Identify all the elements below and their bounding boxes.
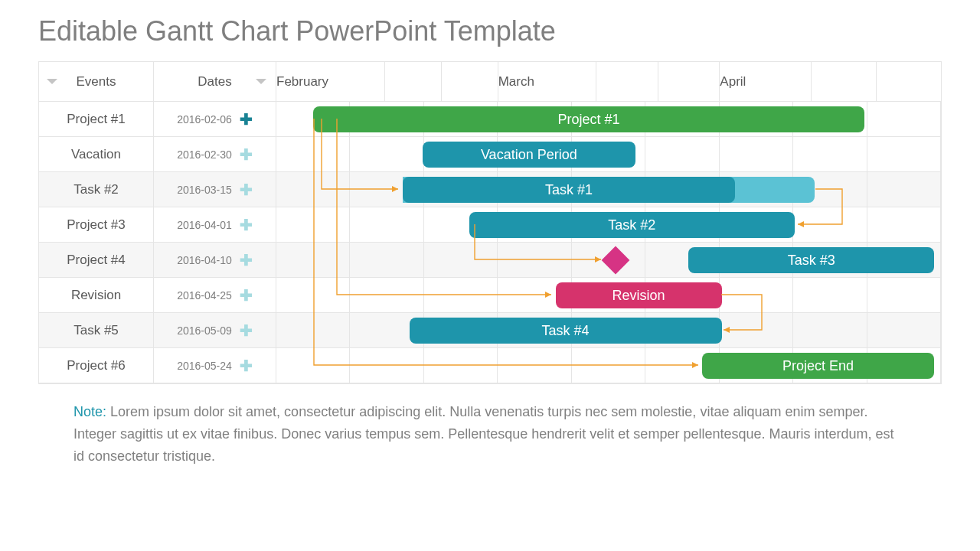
bar-task4[interactable]: Task #4 xyxy=(410,318,722,344)
event-name: Task #5 xyxy=(39,313,154,347)
expand-icon[interactable]: ✚ xyxy=(240,217,253,233)
gantt-table: Events Dates February March April Projec… xyxy=(38,61,942,384)
expand-icon[interactable]: ✚ xyxy=(240,147,253,162)
event-name: Project #3 xyxy=(39,207,154,242)
bar-vacation[interactable]: Vacation Period xyxy=(423,142,635,168)
expand-icon[interactable]: ✚ xyxy=(240,182,253,197)
note-label: Note: xyxy=(74,404,106,419)
table-row: Project #4 2016-04-10✚ Task #3 xyxy=(39,243,941,278)
table-row: Revision 2016-04-25✚ Revision xyxy=(39,278,941,313)
bar-task2[interactable]: Task #2 xyxy=(469,212,795,238)
header-dates-label: Dates xyxy=(198,74,231,90)
table-row: Task #2 2016-03-15✚ Task #1 xyxy=(39,172,941,207)
event-name: Task #2 xyxy=(39,172,154,207)
event-name: Project #6 xyxy=(39,348,154,383)
bar-task3[interactable]: Task #3 xyxy=(688,247,934,273)
bar-project-end[interactable]: Project End xyxy=(702,353,935,379)
event-name: Project #4 xyxy=(39,243,154,277)
note-text: Lorem ipsum dolor sit amet, consectetur … xyxy=(74,404,894,464)
event-date: 2016-04-25✚ xyxy=(154,278,276,312)
event-date: 2016-04-01✚ xyxy=(154,207,276,242)
footer-note: Note: Lorem ipsum dolor sit amet, consec… xyxy=(38,384,942,467)
table-row: Task #5 2016-05-09✚ Task #4 xyxy=(39,313,941,348)
event-name: Project #1 xyxy=(39,102,154,136)
month-col: April xyxy=(720,62,941,101)
expand-icon[interactable]: ✚ xyxy=(240,323,253,338)
page-title: Editable Gantt Chart PowerPoint Template xyxy=(38,15,942,47)
month-col: February xyxy=(276,62,498,101)
table-row: Project #3 2016-04-01✚ Task #2 xyxy=(39,207,941,243)
table-row: Project #1 2016-02-06✚ Project #1 xyxy=(39,102,941,137)
header-dates[interactable]: Dates xyxy=(154,62,276,101)
header-events-label: Events xyxy=(77,74,116,90)
event-date: 2016-02-30✚ xyxy=(154,137,276,171)
event-date: 2016-03-15✚ xyxy=(154,172,276,207)
chevron-down-icon[interactable] xyxy=(256,79,266,84)
event-date: 2016-04-10✚ xyxy=(154,243,276,277)
event-date: 2016-05-09✚ xyxy=(154,313,276,347)
expand-icon[interactable]: ✚ xyxy=(240,358,253,373)
bar-task1[interactable]: Task #1 xyxy=(403,177,735,203)
event-date: 2016-02-06✚ xyxy=(154,102,276,136)
event-name: Revision xyxy=(39,278,154,312)
event-date: 2016-05-24✚ xyxy=(154,348,276,383)
table-row: Project #6 2016-05-24✚ Project End xyxy=(39,348,941,383)
expand-icon[interactable]: ✚ xyxy=(240,112,253,127)
bar-project-1[interactable]: Project #1 xyxy=(313,106,864,132)
gantt-header-row: Events Dates February March April xyxy=(39,62,941,102)
month-col: March xyxy=(498,62,720,101)
header-events[interactable]: Events xyxy=(39,62,154,101)
header-months: February March April xyxy=(276,62,941,101)
expand-icon[interactable]: ✚ xyxy=(240,288,253,303)
event-name: Vacation xyxy=(39,137,154,171)
table-row: Vacation 2016-02-30✚ Vacation Period xyxy=(39,137,941,172)
expand-icon[interactable]: ✚ xyxy=(240,253,253,268)
chevron-down-icon[interactable] xyxy=(47,79,57,84)
bar-revision[interactable]: Revision xyxy=(556,282,722,308)
